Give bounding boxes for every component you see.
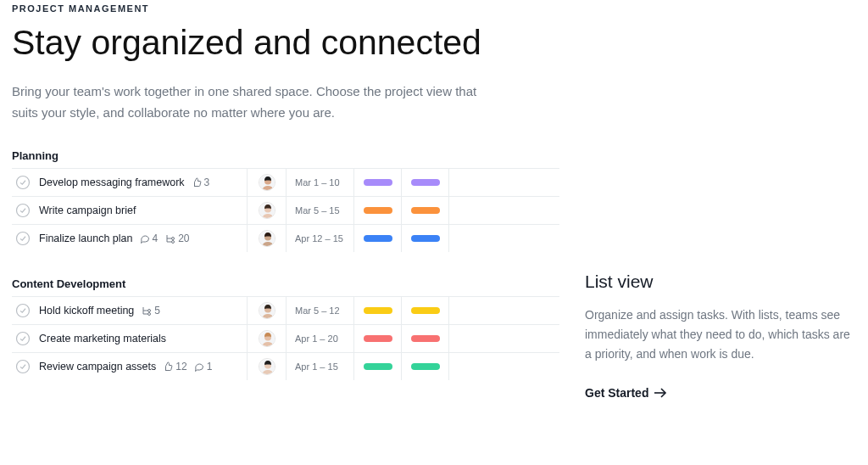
check-circle-icon[interactable] (15, 303, 31, 318)
comment-icon (194, 361, 204, 372)
assignee-cell[interactable] (248, 225, 287, 252)
get-started-button[interactable]: Get Started (585, 386, 667, 400)
avatar (259, 330, 275, 347)
check-circle-icon[interactable] (15, 331, 31, 346)
meta-count: 4 (153, 232, 159, 244)
cta-label: Get Started (585, 386, 648, 400)
eyebrow: PROJECT MANAGEMENT (12, 3, 559, 14)
task-row[interactable]: Hold kickoff meeting5Mar 5 – 12 (12, 296, 559, 324)
tag-pill (411, 307, 440, 314)
dates-cell[interactable]: Apr 1 – 20 (287, 325, 354, 352)
page-subtitle: Bring your team's work together in one s… (12, 81, 487, 124)
comment-meta: 4 (140, 232, 159, 244)
task-row[interactable]: Review campaign assets121Apr 1 – 15 (12, 352, 559, 380)
subtask-icon (141, 305, 152, 316)
subtask-icon (164, 233, 175, 244)
dates-cell[interactable]: Mar 5 – 15 (287, 197, 354, 224)
avatar (259, 358, 275, 375)
tag-pill (364, 363, 392, 370)
svg-point-16 (17, 332, 30, 345)
assignee-cell[interactable] (248, 297, 287, 324)
check-circle-icon[interactable] (15, 175, 31, 190)
svg-point-19 (17, 360, 30, 373)
task-name: Review campaign assets (39, 361, 156, 373)
check-circle-icon[interactable] (15, 359, 31, 374)
like-icon (192, 177, 202, 188)
task-name: Create marketing materials (39, 333, 166, 345)
tag-cell[interactable] (402, 197, 449, 224)
check-circle-icon[interactable] (15, 231, 31, 246)
tag-pill (411, 363, 440, 370)
dates-cell[interactable]: Apr 12 – 15 (287, 225, 354, 252)
svg-point-0 (17, 176, 30, 188)
avatar (259, 174, 275, 191)
tag-cell[interactable] (354, 169, 402, 196)
tag-cell[interactable] (354, 353, 402, 380)
task-row[interactable]: Write campaign briefMar 5 – 15 (12, 196, 559, 224)
task-row[interactable]: Develop messaging framework3Mar 1 – 10 (12, 168, 559, 196)
subtask-meta: 20 (164, 232, 189, 244)
svg-point-11 (17, 304, 30, 317)
avatar (259, 230, 275, 247)
task-name-cell: Finalize launch plan420 (12, 225, 248, 252)
task-name: Finalize launch plan (39, 232, 133, 244)
side-panel-body: Organize and assign tasks. With lists, t… (585, 305, 854, 364)
svg-point-3 (17, 204, 30, 216)
tag-cell[interactable] (402, 325, 449, 352)
dates-cell[interactable]: Mar 5 – 12 (287, 297, 354, 324)
assignee-cell[interactable] (248, 353, 287, 380)
comment-icon (140, 233, 150, 244)
like-meta: 3 (192, 176, 210, 188)
task-name: Develop messaging framework (39, 176, 185, 188)
assignee-cell[interactable] (248, 197, 287, 224)
assignee-cell[interactable] (248, 325, 287, 352)
tag-cell[interactable] (402, 297, 449, 324)
tag-pill (364, 179, 392, 186)
side-panel-title: List view (585, 272, 854, 292)
tag-pill (411, 179, 440, 186)
task-name-cell: Hold kickoff meeting5 (12, 297, 248, 324)
tag-cell[interactable] (354, 197, 402, 224)
svg-point-8 (172, 240, 175, 243)
avatar (259, 302, 275, 319)
like-meta: 12 (163, 361, 186, 373)
meta-count: 1 (207, 361, 213, 373)
task-name-cell: Develop messaging framework3 (12, 169, 248, 196)
tag-cell[interactable] (354, 325, 402, 352)
tag-pill (364, 307, 392, 314)
subtask-meta: 5 (141, 305, 160, 317)
tag-cell[interactable] (402, 169, 449, 196)
dates-cell[interactable]: Mar 1 – 10 (287, 169, 354, 196)
tag-cell[interactable] (354, 297, 402, 324)
page-title: Stay organized and connected (12, 22, 559, 63)
tag-pill (411, 207, 440, 214)
svg-point-7 (172, 237, 175, 239)
dates-cell[interactable]: Apr 1 – 15 (287, 353, 354, 380)
comment-meta: 1 (194, 361, 213, 373)
meta-count: 5 (154, 305, 160, 317)
task-name-cell: Write campaign brief (12, 197, 248, 224)
check-circle-icon[interactable] (15, 203, 31, 218)
meta-count: 20 (178, 232, 189, 244)
tag-cell[interactable] (402, 225, 449, 252)
task-name: Hold kickoff meeting (39, 305, 134, 317)
meta-count: 3 (204, 176, 210, 188)
task-row[interactable]: Create marketing materialsApr 1 – 20 (12, 324, 559, 352)
svg-point-12 (148, 309, 151, 311)
tag-pill (364, 235, 392, 242)
tag-pill (364, 207, 392, 214)
task-row[interactable]: Finalize launch plan420Apr 12 – 15 (12, 224, 559, 252)
section-header: Content Development (12, 277, 559, 290)
section-header: Planning (12, 149, 559, 162)
tag-pill (411, 235, 440, 242)
task-name: Write campaign brief (39, 204, 136, 216)
tag-pill (411, 335, 440, 342)
like-icon (163, 361, 173, 372)
task-name-cell: Create marketing materials (12, 325, 248, 352)
svg-point-6 (17, 232, 30, 244)
tag-cell[interactable] (402, 353, 449, 380)
svg-point-13 (148, 312, 151, 315)
arrow-right-icon (654, 388, 667, 398)
assignee-cell[interactable] (248, 169, 287, 196)
tag-cell[interactable] (354, 225, 402, 252)
